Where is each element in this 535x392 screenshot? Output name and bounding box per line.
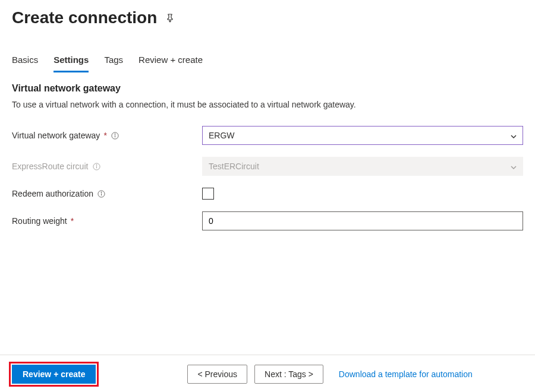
redeem-control (202, 188, 523, 200)
tab-tags[interactable]: Tags (104, 51, 123, 72)
routing-label-text: Routing weight (12, 216, 67, 226)
vng-control: ERGW (202, 126, 523, 145)
row-expressroute-circuit: ExpressRoute circuit TestERCircuit (12, 157, 523, 176)
circuit-label-text: ExpressRoute circuit (12, 162, 88, 171)
circuit-select: TestERCircuit (202, 157, 523, 176)
wizard-footer: Review + create < Previous Next : Tags >… (0, 355, 535, 392)
required-indicator: * (71, 216, 74, 226)
redeem-checkbox[interactable] (202, 188, 214, 200)
next-button[interactable]: Next : Tags > (254, 365, 323, 384)
section-description: To use a virtual network with a connecti… (12, 100, 523, 109)
routing-weight-input[interactable] (202, 211, 523, 230)
vng-label-text: Virtual network gateway (12, 131, 100, 140)
routing-control (202, 211, 523, 230)
label-expressroute-circuit: ExpressRoute circuit (12, 162, 202, 171)
required-indicator: * (103, 131, 106, 140)
info-icon[interactable] (92, 162, 100, 170)
page-header: Create connection (0, 0, 535, 38)
row-virtual-network-gateway: Virtual network gateway * ERGW (12, 126, 523, 145)
circuit-control: TestERCircuit (202, 157, 523, 176)
label-routing-weight: Routing weight * (12, 216, 202, 226)
label-redeem-authorization: Redeem authorization (12, 189, 202, 198)
svg-point-8 (101, 192, 102, 192)
tab-basics[interactable]: Basics (12, 51, 38, 72)
row-redeem-authorization: Redeem authorization (12, 188, 523, 200)
tab-bar: Basics Settings Tags Review + create (0, 51, 535, 72)
review-create-button[interactable]: Review + create (12, 365, 96, 384)
row-routing-weight: Routing weight * (12, 211, 523, 230)
page-title: Create connection (12, 8, 157, 27)
download-template-link[interactable]: Download a template for automation (339, 369, 473, 379)
tab-review-create[interactable]: Review + create (139, 51, 203, 72)
form-content: Virtual network gateway To use a virtual… (0, 72, 535, 230)
section-title: Virtual network gateway (12, 83, 523, 94)
label-virtual-network-gateway: Virtual network gateway * (12, 131, 202, 140)
svg-point-5 (96, 165, 97, 165)
vng-select[interactable]: ERGW (202, 126, 523, 145)
circuit-select-wrap: TestERCircuit (202, 157, 523, 176)
redeem-label-text: Redeem authorization (12, 189, 93, 198)
svg-point-2 (115, 134, 115, 134)
info-icon[interactable] (111, 131, 119, 140)
previous-button[interactable]: < Previous (187, 365, 247, 384)
vng-select-wrap: ERGW (202, 126, 523, 145)
info-icon[interactable] (97, 189, 106, 198)
pin-icon[interactable] (165, 13, 175, 23)
tab-settings[interactable]: Settings (54, 51, 89, 72)
